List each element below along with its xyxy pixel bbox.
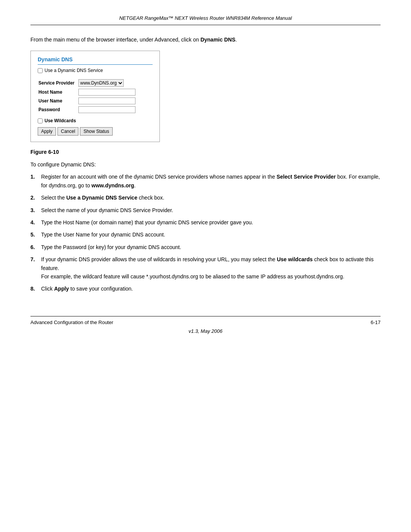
dns-form-table: Service Provider www.DynDNS.org Host Nam… — [38, 78, 153, 114]
user-name-row: User Name — [38, 97, 153, 105]
dns-panel-title: Dynamic DNS — [38, 56, 153, 65]
step-7-num: 7. — [30, 255, 41, 264]
page-footer: Advanced Configuration of the Router 6-1… — [30, 316, 381, 325]
steps-list: 1. Register for an account with one of t… — [30, 173, 381, 297]
intro-text-before: From the main menu of the browser interf… — [30, 37, 201, 43]
step-7: 7. If your dynamic DNS provider allows t… — [30, 255, 381, 281]
user-name-input-cell — [78, 97, 153, 105]
page: NETGEAR RangeMax™ NEXT Wireless Router W… — [0, 0, 411, 532]
password-row: Password — [38, 105, 153, 114]
step-5-text: Type the User Name for your dynamic DNS … — [41, 230, 381, 239]
step-8-text: Click Apply to save your configuration. — [41, 284, 381, 293]
wildcards-label: Use Wildcards — [45, 118, 76, 123]
password-label: Password — [38, 105, 78, 114]
step-7-text: If your dynamic DNS provider allows the … — [41, 255, 381, 281]
use-dns-service-row: Use a Dynamic DNS Service — [38, 68, 153, 73]
step-1-bold1: Select Service Provider — [277, 174, 336, 180]
step-8-bold: Apply — [54, 286, 69, 292]
step-2-num: 2. — [30, 193, 41, 202]
footer-version: v1.3, May 2006 — [30, 328, 381, 334]
step-1-text: Register for an account with one of the … — [41, 173, 381, 190]
footer-left: Advanced Configuration of the Router — [30, 320, 113, 325]
step-2: 2. Select the Use a Dynamic DNS Service … — [30, 193, 381, 202]
use-dns-service-checkbox[interactable] — [38, 68, 43, 73]
password-input[interactable] — [78, 106, 135, 113]
step-7-bold: Use wildcards — [277, 256, 312, 262]
cancel-button[interactable]: Cancel — [57, 127, 78, 136]
host-name-input-cell — [78, 88, 153, 97]
service-provider-select-cell: www.DynDNS.org — [78, 78, 153, 88]
service-provider-select[interactable]: www.DynDNS.org — [78, 79, 124, 87]
apply-button[interactable]: Apply — [38, 127, 56, 136]
user-name-label: User Name — [38, 97, 78, 105]
dynamic-dns-panel: Dynamic DNS Use a Dynamic DNS Service Se… — [30, 51, 160, 142]
page-header: NETGEAR RangeMax™ NEXT Wireless Router W… — [30, 15, 381, 25]
step-3-text: Select the name of your dynamic DNS Serv… — [41, 206, 381, 214]
wildcards-row: Use Wildcards — [38, 118, 153, 123]
intro-bold: Dynamic DNS — [201, 37, 236, 43]
service-provider-label: Service Provider — [38, 78, 78, 88]
service-provider-row: Service Provider www.DynDNS.org — [38, 78, 153, 88]
host-name-input[interactable] — [78, 89, 135, 96]
step-4: 4. Type the Host Name (or domain name) t… — [30, 218, 381, 227]
wildcards-checkbox[interactable] — [38, 118, 43, 123]
use-dns-service-label: Use a Dynamic DNS Service — [45, 68, 103, 73]
password-input-cell — [78, 105, 153, 114]
step-4-text: Type the Host Name (or domain name) that… — [41, 218, 381, 227]
intro-text-after: . — [235, 37, 237, 43]
step-1: 1. Register for an account with one of t… — [30, 173, 381, 190]
step-3: 3. Select the name of your dynamic DNS S… — [30, 206, 381, 214]
intro-paragraph: From the main menu of the browser interf… — [30, 36, 381, 44]
step-6: 6. Type the Password (or key) for your d… — [30, 243, 381, 251]
footer-right: 6-17 — [371, 320, 381, 325]
step-1-num: 1. — [30, 173, 41, 181]
step-8: 8. Click Apply to save your configuratio… — [30, 284, 381, 293]
user-name-input[interactable] — [78, 97, 135, 104]
step-5: 5. Type the User Name for your dynamic D… — [30, 230, 381, 239]
step-5-num: 5. — [30, 230, 41, 239]
service-provider-select-row: www.DynDNS.org — [78, 79, 152, 87]
step-2-bold: Use a Dynamic DNS Service — [66, 195, 137, 201]
step-8-num: 8. — [30, 284, 41, 293]
figure-label: Figure 6-10 — [30, 149, 381, 155]
step-6-num: 6. — [30, 243, 41, 251]
dns-buttons-row: Apply Cancel Show Status — [38, 127, 153, 136]
step-3-num: 3. — [30, 206, 41, 214]
host-name-row: Host Name — [38, 88, 153, 97]
header-title: NETGEAR RangeMax™ NEXT Wireless Router W… — [119, 15, 292, 21]
step-4-num: 4. — [30, 218, 41, 227]
show-status-button[interactable]: Show Status — [80, 127, 112, 136]
host-name-label: Host Name — [38, 88, 78, 97]
step-1-bold2: www.dyndns.org — [91, 182, 134, 189]
step-6-text: Type the Password (or key) for your dyna… — [41, 243, 381, 251]
body-text: To configure Dynamic DNS: — [30, 160, 381, 169]
step-2-text: Select the Use a Dynamic DNS Service che… — [41, 193, 381, 202]
